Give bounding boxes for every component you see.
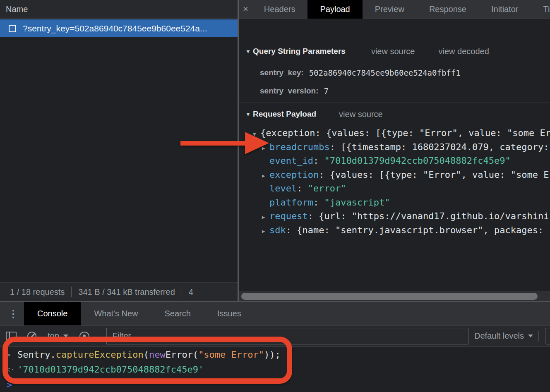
view-source-link[interactable]: view source <box>371 47 415 56</box>
clipped-toolbar-button[interactable] <box>545 328 550 344</box>
param-value: 7 <box>324 86 329 96</box>
tree-value: "error" <box>308 183 346 194</box>
param-value: 502a86940c7845ee9b60ee524a0fbff1 <box>309 68 461 77</box>
collapse-triangle-icon[interactable]: ▼ <box>245 48 253 55</box>
tree-value: {values: [{type: "Error", value: "some E <box>330 170 549 180</box>
tree-key: platform <box>269 197 313 208</box>
tab-timing[interactable]: Tim <box>531 0 550 19</box>
tab-preview[interactable]: Preview <box>363 0 417 19</box>
request-name: ?sentry_key=502a86940c7845ee9b60ee524a..… <box>23 24 207 33</box>
tree-key: exception <box>269 170 319 180</box>
devtools-window: Name ?sentry_key=502a86940c7845ee9b60ee5… <box>0 0 550 392</box>
tree-separator: : <box>313 155 324 166</box>
tree-key: breadcrumbs <box>269 142 330 152</box>
tab-issues[interactable]: Issues <box>204 302 255 325</box>
payload-json-tree: ▾{exception: {values: [{type: "Error", v… <box>239 126 550 237</box>
transferred-size: 341 B / 341 kB transferred <box>78 287 175 297</box>
status-divider <box>71 287 72 297</box>
tree-separator: : <box>313 197 324 208</box>
tree-row-level[interactable]: level: "error" <box>253 182 550 196</box>
chevron-down-icon <box>528 335 533 337</box>
horizontal-scrollbar <box>239 291 550 301</box>
tab-headers[interactable]: Headers <box>252 0 308 19</box>
tree-value: "javascript" <box>324 197 390 208</box>
tree-value: {url: "https://vanand17.github.io/varshi… <box>319 211 549 221</box>
tree-separator: : <box>319 170 330 180</box>
tab-whats-new[interactable]: What's New <box>81 302 151 325</box>
request-checkbox[interactable] <box>9 25 16 32</box>
status-more: 4 <box>189 287 193 297</box>
param-key: sentry_version: <box>260 86 319 96</box>
tree-row-breadcrumbs[interactable]: ▸breadcrumbs: [{timestamp: 1680237024.07… <box>253 140 550 154</box>
collapse-triangle-icon[interactable]: ▼ <box>245 111 253 117</box>
requests-count: 1 / 18 requests <box>10 287 65 297</box>
tree-key: event_id <box>269 155 313 166</box>
tree-key: level <box>269 183 297 194</box>
toolbar-divider <box>538 331 539 342</box>
tree-separator: : <box>297 183 308 194</box>
tree-key: sdk <box>269 225 286 235</box>
query-params-title: Query String Parameters <box>253 47 346 56</box>
arrow-tail <box>180 141 247 146</box>
view-decoded-link[interactable]: view decoded <box>438 47 489 56</box>
name-column-header[interactable]: Name <box>0 0 238 19</box>
tree-row-event-id[interactable]: event_id: "7010d01379d942ccb075048882fc4… <box>253 154 550 168</box>
network-request-row[interactable]: ?sentry_key=502a86940c7845ee9b60ee524a..… <box>0 19 238 37</box>
request-detail-panel: × Headers Payload Preview Response Initi… <box>239 0 550 301</box>
default-levels-label: Default levels <box>474 331 524 341</box>
tree-separator: : <box>308 211 319 221</box>
param-row: sentry_version: 7 <box>260 82 329 100</box>
detail-tabbar: × Headers Payload Preview Response Initi… <box>239 0 550 19</box>
section-divider <box>239 103 550 103</box>
tab-response[interactable]: Response <box>417 0 479 19</box>
drawer-tabbar: ⋮ Console What's New Search Issues <box>0 302 550 326</box>
param-row: sentry_key: 502a86940c7845ee9b60ee524a0f… <box>260 64 461 82</box>
arrow-head <box>245 132 269 154</box>
view-source-link[interactable]: view source <box>339 110 383 119</box>
expand-triangle-icon[interactable]: ▸ <box>262 224 269 237</box>
tree-value: {exception: {values: [{type: "Error", va… <box>260 128 550 138</box>
scrollbar-thumb[interactable] <box>241 293 538 300</box>
payload-content: ▼ Query String Parameters view source vi… <box>239 19 550 291</box>
request-payload-header: ▼ Request Payload view source <box>245 107 383 122</box>
tree-value: {name: "sentry.javascript.browser", pack… <box>297 225 543 235</box>
close-icon[interactable]: × <box>243 0 248 19</box>
tree-key: request <box>269 211 308 221</box>
tab-search[interactable]: Search <box>151 302 204 325</box>
tab-initiator[interactable]: Initiator <box>479 0 531 19</box>
tab-payload[interactable]: Payload <box>307 0 362 19</box>
tree-row-request[interactable]: ▸request: {url: "https://vanand17.github… <box>253 209 550 223</box>
tree-row-exception[interactable]: ▸exception: {values: [{type: "Error", va… <box>253 168 550 182</box>
kebab-menu-icon[interactable]: ⋮ <box>8 308 18 320</box>
request-payload-title: Request Payload <box>253 110 316 119</box>
tree-value: "7010d01379d942ccb075048882fc45e9" <box>324 155 510 166</box>
tree-separator: : <box>330 142 341 152</box>
status-divider <box>182 287 182 297</box>
default-levels-dropdown[interactable]: Default levels <box>474 331 533 341</box>
annotation-arrow <box>180 132 269 154</box>
param-key: sentry_key: <box>260 68 304 77</box>
tab-console[interactable]: Console <box>24 302 81 325</box>
expand-triangle-icon[interactable]: ▸ <box>262 169 269 182</box>
network-status-bar: 1 / 18 requests 341 B / 341 kB transferr… <box>0 282 238 301</box>
tree-value: [{timestamp: 1680237024.079, category: <box>341 142 549 152</box>
name-column-label: Name <box>6 5 28 14</box>
tree-row-sdk[interactable]: ▸sdk: {name: "sentry.javascript.browser"… <box>253 223 550 237</box>
annotation-highlight-box <box>2 337 292 384</box>
expand-triangle-icon[interactable]: ▸ <box>262 210 269 223</box>
tree-separator: : <box>286 225 297 235</box>
tree-row-root[interactable]: ▾{exception: {values: [{type: "Error", v… <box>253 126 550 140</box>
query-params-header: ▼ Query String Parameters view source vi… <box>245 44 489 59</box>
tree-row-platform[interactable]: platform: "javascript" <box>253 196 550 210</box>
